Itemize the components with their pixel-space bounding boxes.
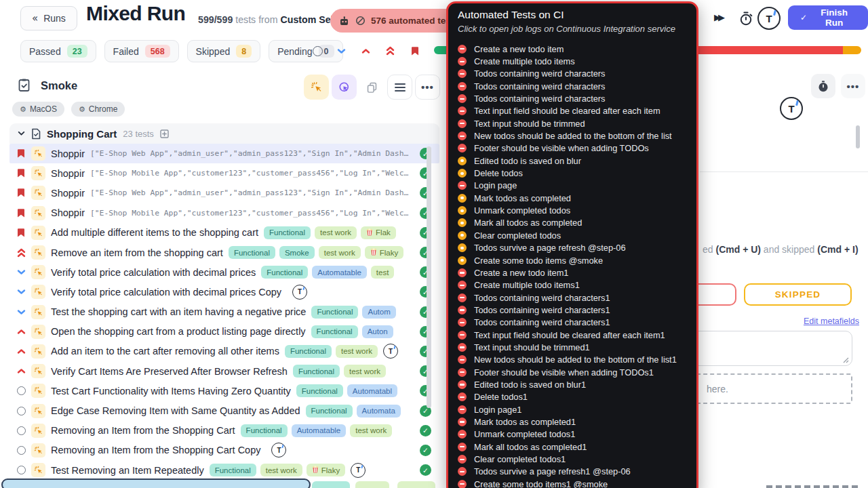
list-vertical-scrollbar[interactable] xyxy=(427,146,431,408)
chevron-down-icon[interactable] xyxy=(16,289,26,295)
circle-icon[interactable] xyxy=(16,407,26,415)
back-to-runs-button[interactable]: « Runs xyxy=(20,6,77,30)
tag-pill[interactable]: Functional xyxy=(306,405,353,418)
severity-blocker-bookmark-icon[interactable] xyxy=(410,45,420,56)
ci-test-item[interactable]: Todos containing weird characters xyxy=(458,92,696,104)
ci-test-item[interactable]: Login page xyxy=(458,180,696,192)
tag-pill[interactable]: Automata xyxy=(357,405,401,418)
ci-test-item[interactable]: Todos survive a page refresh @step-06 xyxy=(458,242,696,254)
tag-pill[interactable]: Functional xyxy=(229,246,275,259)
tag-pill[interactable]: Automatabl xyxy=(347,384,397,397)
ci-test-item[interactable]: Todos survive a page refresh1 @step-06 xyxy=(458,466,696,478)
test-row[interactable]: Shoppir ["E-Shop Web App","admin_user","… xyxy=(9,183,439,203)
bookmark-icon[interactable] xyxy=(16,168,26,178)
ci-test-item[interactable]: Mark all todos as completed xyxy=(458,217,696,229)
test-row[interactable]: Verify Cart Items Are Preserved After Br… xyxy=(9,361,439,381)
chevron-double-up-icon[interactable] xyxy=(16,248,26,258)
ci-test-item[interactable]: Todos containing weird characters xyxy=(458,80,696,92)
ci-test-item[interactable]: Create some todo items @smoke xyxy=(458,254,696,266)
test-row[interactable]: Remove an item from the shopping cart Fu… xyxy=(9,243,439,262)
test-row[interactable]: Edge Case Removing Item with Same Quanti… xyxy=(9,401,439,420)
ci-test-item[interactable]: Todos containing weird characters1 xyxy=(458,317,696,329)
fast-forward-icon[interactable]: ▶▶ xyxy=(714,12,722,22)
tag-pill[interactable]: Autom xyxy=(362,306,395,319)
test-row[interactable]: Add an item to the cart after removing a… xyxy=(9,342,439,361)
test-row[interactable]: Verify total price calculation with deci… xyxy=(9,262,439,282)
ci-test-item[interactable]: Text input field should be cleared after… xyxy=(458,329,696,341)
test-row[interactable]: Test the shopping cart with an item havi… xyxy=(9,302,439,322)
ci-test-item[interactable]: Mark todos as completed1 xyxy=(458,415,696,428)
tag-pill[interactable]: Automatable xyxy=(312,266,367,279)
copy-button[interactable] xyxy=(359,75,384,100)
run-automated-button[interactable] xyxy=(304,75,329,100)
circle-icon[interactable] xyxy=(16,386,26,395)
test-row[interactable]: Add multiple different items to the shop… xyxy=(9,223,439,243)
ci-test-item[interactable]: Todos containing weird characters1 xyxy=(458,291,696,304)
ci-test-item[interactable]: Unmark completed todos xyxy=(458,204,696,216)
tag-pill[interactable]: Functional xyxy=(210,464,256,476)
ci-test-item[interactable]: Delete todos xyxy=(458,167,696,179)
suite-more-button[interactable]: ••• xyxy=(415,75,440,100)
ci-test-item[interactable]: Mark todos as completed xyxy=(458,192,696,204)
test-row[interactable]: Shoppir ["E-Shop Mobile App","customer12… xyxy=(9,203,439,223)
bookmark-icon[interactable] xyxy=(16,228,26,238)
filter-chip[interactable]: Passed 23 xyxy=(20,40,96,62)
tag-pill[interactable]: test xyxy=(371,266,395,279)
ci-test-item[interactable]: Clear completed todos xyxy=(458,229,696,241)
tag-pill[interactable]: Auton xyxy=(362,325,393,338)
filter-chip[interactable]: Pending 0 xyxy=(269,40,342,62)
test-row[interactable]: Open the shopping cart from a product li… xyxy=(9,322,439,342)
tag-pill[interactable]: test work xyxy=(319,246,361,259)
ci-test-item[interactable]: Edited todo is saved on blur xyxy=(458,155,696,167)
ci-test-item[interactable]: Clear completed todos1 xyxy=(458,453,696,465)
bookmark-icon[interactable] xyxy=(16,188,26,198)
test-row[interactable]: Removing an Item from the Shopping Cart … xyxy=(9,421,439,441)
tag-pill[interactable]: Functional xyxy=(296,384,343,397)
panel-scrollbar[interactable] xyxy=(856,125,860,148)
ci-test-item[interactable]: New todos should be added to the bottom … xyxy=(458,129,696,142)
tag-pill[interactable]: Functional xyxy=(285,345,332,358)
ci-test-item[interactable]: Mark all todos as completed1 xyxy=(458,441,696,453)
ci-test-item[interactable]: New todos should be added to the bottom … xyxy=(458,354,696,366)
env-tag[interactable]: ⚙ MacOS xyxy=(12,102,64,117)
tag-pill[interactable]: Functional xyxy=(241,424,288,437)
chevron-down-icon[interactable] xyxy=(16,269,26,275)
tag-pill[interactable]: Functional xyxy=(293,365,340,378)
list-horizontal-scrollbar[interactable] xyxy=(1,479,311,488)
tag-pill[interactable]: Functional xyxy=(261,266,308,279)
test-row[interactable]: Removing an Item from the Shopping Cart … xyxy=(9,441,439,460)
circle-icon[interactable] xyxy=(16,426,26,435)
chevron-up-icon[interactable] xyxy=(16,329,26,335)
tag-pill[interactable]: test work xyxy=(336,345,378,358)
finish-run-button[interactable]: ✓ Finish Run xyxy=(788,5,868,30)
comment-textarea[interactable] xyxy=(688,331,852,366)
tag-pill[interactable]: Automatable xyxy=(292,424,347,437)
severity-critical-icon[interactable] xyxy=(384,45,395,56)
tag-pill[interactable]: test work xyxy=(260,464,302,476)
ci-test-item[interactable]: Text input should be trimmed xyxy=(458,117,696,129)
timer-button[interactable] xyxy=(736,9,755,28)
resize-grip-icon[interactable] xyxy=(842,357,849,363)
test-row[interactable]: Test Removing an Item Repeatedly Functio… xyxy=(9,460,439,480)
test-row[interactable]: Test Cart Functionality with Items Havin… xyxy=(9,381,439,401)
ci-test-item[interactable]: Footer should be visible when adding TOD… xyxy=(458,366,696,378)
severity-major-icon[interactable] xyxy=(360,45,371,56)
ci-test-item[interactable]: Edited todo is saved on blur1 xyxy=(458,378,696,390)
test-row[interactable]: Shoppir ["E-Shop Web App","admin_user","… xyxy=(9,144,439,163)
group-header-shopping-cart[interactable]: Shopping Cart 23 tests xyxy=(9,123,439,144)
ci-test-item[interactable]: Delete todos1 xyxy=(458,391,696,403)
list-view-button[interactable] xyxy=(387,75,412,100)
tag-pill[interactable]: Functional xyxy=(264,226,311,239)
test-automated-logo[interactable]: T xyxy=(780,97,803,120)
ci-test-item[interactable]: Create multiple todo items1 xyxy=(458,279,696,291)
automated-tests-tooltip[interactable]: Automated Tests on CI Click to open job … xyxy=(446,1,698,488)
circle-icon[interactable] xyxy=(16,446,26,455)
ci-test-item[interactable]: Create some todo items1 @smoke xyxy=(458,478,696,488)
mark-skipped-button[interactable]: SKIPPED xyxy=(744,283,852,306)
ci-test-item[interactable]: Todos containing weird characters xyxy=(458,68,696,80)
chevron-up-icon[interactable] xyxy=(16,348,26,354)
tag-pill[interactable]: test work xyxy=(344,365,386,378)
ci-test-item[interactable]: Footer should be visible when adding TOD… xyxy=(458,142,696,155)
tag-pill[interactable]: Smoke xyxy=(279,246,315,259)
pending-filter-icon[interactable] xyxy=(312,45,323,56)
